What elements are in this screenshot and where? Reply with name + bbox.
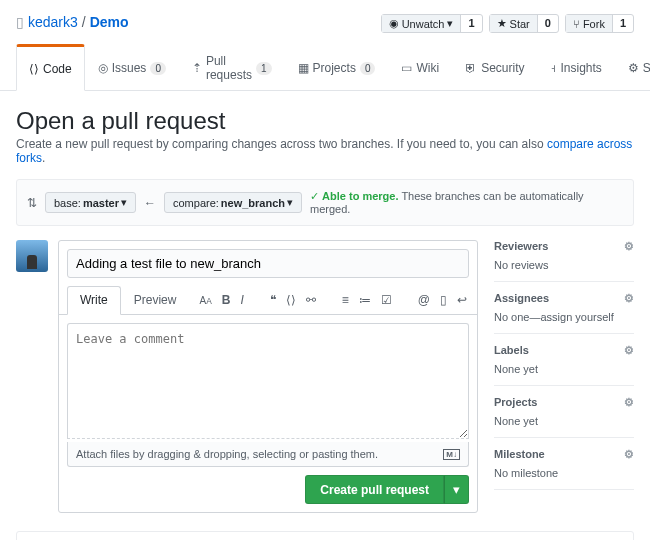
tab-pull-requests[interactable]: ⇡Pull requests1 xyxy=(179,44,285,90)
reference-icon[interactable]: ↩ xyxy=(457,293,467,307)
fork-icon: ⑂ xyxy=(573,18,580,30)
attach-hint[interactable]: Attach files by dragging & dropping, sel… xyxy=(67,442,469,467)
create-pr-button[interactable]: Create pull request xyxy=(305,475,444,504)
bold-icon[interactable]: B xyxy=(222,293,231,307)
branch-range: ⇅ base: master ▾ ← compare: new_branch ▾… xyxy=(16,179,634,226)
breadcrumb: ▯ kedark3 / Demo xyxy=(16,14,381,30)
unwatch-button[interactable]: ◉Unwatch ▾ 1 xyxy=(381,14,483,33)
graph-icon: ⫞ xyxy=(550,61,556,75)
assignees-heading: Assignees xyxy=(494,292,549,305)
code-icon[interactable]: ⟨⟩ xyxy=(286,293,296,307)
stat-contributors[interactable]: 👤1contributor xyxy=(479,532,633,540)
stat-commits[interactable]: ⊸1commit xyxy=(17,532,171,540)
page-subtitle: Create a new pull request by comparing c… xyxy=(16,137,634,165)
repo-tabs: ⟨⟩Code ◎Issues0 ⇡Pull requests1 ▦Project… xyxy=(16,44,634,90)
link-icon[interactable]: ⚯ xyxy=(306,293,316,307)
pr-icon: ⇡ xyxy=(192,61,202,75)
assignees-body[interactable]: No one—assign yourself xyxy=(494,311,634,323)
markdown-icon: M↓ xyxy=(443,449,460,460)
eye-icon: ◉ xyxy=(389,17,399,30)
tab-code[interactable]: ⟨⟩Code xyxy=(16,44,85,91)
base-branch-select[interactable]: base: master ▾ xyxy=(45,192,136,213)
compare-icon: ⇅ xyxy=(27,196,37,210)
repo-link[interactable]: Demo xyxy=(90,14,129,30)
assignees-gear-icon[interactable]: ⚙ xyxy=(624,292,634,305)
comment-textarea[interactable] xyxy=(67,323,469,439)
write-tab[interactable]: Write xyxy=(67,286,121,315)
reviewers-heading: Reviewers xyxy=(494,240,548,253)
merge-status: ✓ Able to merge. These branches can be a… xyxy=(310,190,623,215)
ol-icon[interactable]: ≔ xyxy=(359,293,371,307)
italic-icon[interactable]: I xyxy=(240,293,243,307)
ul-icon[interactable]: ≡ xyxy=(342,293,349,307)
labels-gear-icon[interactable]: ⚙ xyxy=(624,344,634,357)
fork-button[interactable]: ⑂Fork 1 xyxy=(565,14,634,33)
stat-files[interactable]: ▯1file changed xyxy=(171,532,325,540)
milestone-body: No milestone xyxy=(494,467,634,479)
stat-comments[interactable]: ▭0commit comments xyxy=(325,532,479,540)
projects-body: None yet xyxy=(494,415,634,427)
owner-link[interactable]: kedark3 xyxy=(28,14,78,30)
page-title: Open a pull request xyxy=(16,107,634,135)
labels-heading: Labels xyxy=(494,344,529,357)
reviewers-gear-icon[interactable]: ⚙ xyxy=(624,240,634,253)
arrow-icon: ← xyxy=(144,196,156,210)
preview-tab[interactable]: Preview xyxy=(121,286,190,314)
milestone-gear-icon[interactable]: ⚙ xyxy=(624,448,634,461)
task-icon[interactable]: ☑ xyxy=(381,293,392,307)
gear-icon: ⚙ xyxy=(628,61,639,75)
projects-gear-icon[interactable]: ⚙ xyxy=(624,396,634,409)
project-icon: ▦ xyxy=(298,61,309,75)
tab-settings[interactable]: ⚙Settings xyxy=(615,44,650,90)
code-icon: ⟨⟩ xyxy=(29,62,39,76)
pr-form: Write Preview AA B I ❝ ⟨⟩ ⚯ ≡ ≔ xyxy=(58,240,478,513)
tab-wiki[interactable]: ▭Wiki xyxy=(388,44,452,90)
quote-icon[interactable]: ❝ xyxy=(270,293,276,307)
shield-icon: ⛨ xyxy=(465,61,477,75)
heading-icon[interactable]: AA xyxy=(200,295,212,306)
issue-icon: ◎ xyxy=(98,61,108,75)
create-pr-menu[interactable]: ▾ xyxy=(444,475,469,504)
avatar xyxy=(16,240,48,272)
compare-branch-select[interactable]: compare: new_branch ▾ xyxy=(164,192,302,213)
diff-stats: ⊸1commit ▯1file changed ▭0commit comment… xyxy=(16,531,634,540)
reviewers-body: No reviews xyxy=(494,259,634,271)
milestone-heading: Milestone xyxy=(494,448,545,461)
projects-heading: Projects xyxy=(494,396,537,409)
star-button[interactable]: ★Star 0 xyxy=(489,14,559,33)
repo-icon: ▯ xyxy=(16,14,24,30)
check-icon: ✓ xyxy=(310,190,319,202)
labels-body: None yet xyxy=(494,363,634,375)
tab-issues[interactable]: ◎Issues0 xyxy=(85,44,179,90)
tab-security[interactable]: ⛨Security xyxy=(452,44,537,90)
title-input[interactable] xyxy=(67,249,469,278)
tab-insights[interactable]: ⫞Insights xyxy=(537,44,614,90)
star-icon: ★ xyxy=(497,17,507,30)
saved-icon[interactable]: ▯ xyxy=(440,293,447,307)
book-icon: ▭ xyxy=(401,61,412,75)
md-toolbar: AA B I ❝ ⟨⟩ ⚯ ≡ ≔ ☑ @ xyxy=(190,286,477,314)
tab-projects[interactable]: ▦Projects0 xyxy=(285,44,389,90)
mention-icon[interactable]: @ xyxy=(418,293,430,307)
